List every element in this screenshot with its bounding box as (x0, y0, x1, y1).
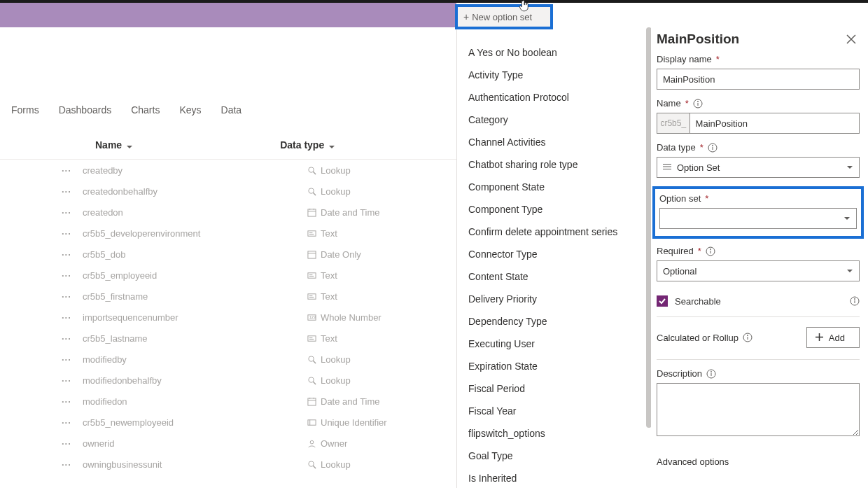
table-row[interactable]: ···createdbyLookup (0, 160, 456, 181)
row-more-icon[interactable]: ··· (62, 249, 83, 260)
table-row[interactable]: ···owningbusinessunitLookup (0, 454, 456, 475)
add-button[interactable]: Add (806, 327, 860, 348)
option-set-item[interactable]: Authentication Protocol (465, 86, 651, 109)
datatype-label: Data type* (657, 142, 860, 153)
table-row[interactable]: ···cr5b5_dobDate Only (0, 244, 456, 265)
new-option-set-label: New option set (472, 12, 532, 22)
row-more-icon[interactable]: ··· (62, 291, 83, 302)
row-more-icon[interactable]: ··· (62, 438, 83, 449)
info-icon[interactable] (850, 296, 860, 306)
table-row[interactable]: ···cr5b5_firstnameText (0, 286, 456, 307)
row-more-icon[interactable]: ··· (62, 354, 83, 365)
advanced-options-label[interactable]: Advanced options (657, 456, 729, 467)
table-row[interactable]: ···cr5b5_newemployeeidUnique Identifier (0, 412, 456, 433)
display-name-label-text: Display name (657, 54, 712, 64)
svg-text:123: 123 (309, 315, 315, 319)
table-row[interactable]: ···importsequencenumber123Whole Number (0, 307, 456, 328)
optionset-label: Option set* (659, 193, 857, 204)
new-option-set-button[interactable]: + New option set (455, 4, 553, 29)
option-set-item[interactable]: Fiscal Year (465, 400, 651, 422)
info-icon[interactable] (743, 333, 752, 342)
cursor-hand-icon (518, 0, 531, 13)
table-row[interactable]: ···modifiedonDate and Time (0, 391, 456, 412)
row-more-icon[interactable]: ··· (62, 417, 83, 428)
number-icon: 123 (307, 312, 316, 322)
display-name-input[interactable] (657, 69, 860, 90)
option-set-item[interactable]: Executing User (465, 333, 651, 355)
row-more-icon[interactable]: ··· (62, 396, 83, 407)
name-label: Name* (657, 98, 860, 109)
tab-forms[interactable]: Forms (11, 104, 39, 116)
row-more-icon[interactable]: ··· (62, 270, 83, 281)
option-set-item[interactable]: Expiration State (465, 355, 651, 377)
description-textarea[interactable] (657, 383, 860, 436)
option-set-item[interactable]: Component Type (465, 198, 651, 221)
svg-point-24 (308, 356, 313, 361)
info-icon[interactable] (706, 246, 715, 256)
option-set-item[interactable]: Delivery Priority (465, 288, 651, 310)
option-set-item[interactable]: Activity Type (465, 64, 651, 86)
optionset-select[interactable] (659, 208, 857, 229)
datatype-select[interactable]: Option Set (657, 157, 860, 178)
option-set-item[interactable]: A Yes or No boolean (465, 41, 651, 64)
info-icon[interactable] (693, 99, 703, 109)
lookup-icon (307, 354, 316, 364)
svg-line-25 (313, 361, 316, 363)
row-more-icon[interactable]: ··· (62, 207, 83, 218)
option-set-item[interactable]: Connector Type (465, 243, 651, 265)
svg-rect-11 (307, 251, 315, 258)
required-select[interactable]: Optional (657, 260, 860, 281)
row-more-icon[interactable]: ··· (62, 333, 83, 344)
column-header-datatype-label: Data type (280, 139, 324, 151)
option-set-item[interactable]: Component State (465, 176, 651, 198)
option-set-item[interactable]: Fiscal Period (465, 377, 651, 400)
info-icon[interactable] (706, 369, 716, 379)
entity-tabs: Forms Dashboards Charts Keys Data (0, 27, 456, 123)
table-row[interactable]: ···cr5b5_lastnameText (0, 328, 456, 349)
tab-charts[interactable]: Charts (131, 104, 160, 116)
row-name: cr5b5_newemployeeid (83, 417, 307, 428)
tab-data[interactable]: Data (221, 104, 242, 116)
row-more-icon[interactable]: ··· (62, 186, 83, 197)
close-icon[interactable] (846, 34, 857, 45)
option-set-item[interactable]: Dependency Type (465, 310, 651, 333)
table-row[interactable]: ···cr5b5_employeeidText (0, 265, 456, 286)
add-button-label: Add (829, 333, 845, 343)
row-datatype: Unique Identifier (307, 417, 387, 428)
searchable-checkbox[interactable] (657, 295, 668, 307)
table-row[interactable]: ···createdonbehalfbyLookup (0, 181, 456, 202)
row-name: cr5b5_firstname (83, 291, 307, 302)
row-name: createdonbehalfby (83, 186, 307, 197)
fields-table-body: ···createdbyLookup···createdonbehalfbyLo… (0, 160, 456, 475)
table-row[interactable]: ···createdonDate and Time (0, 202, 456, 223)
tab-keys[interactable]: Keys (179, 104, 201, 116)
column-header-name[interactable]: Name (95, 139, 133, 151)
row-more-icon[interactable]: ··· (62, 165, 83, 176)
svg-point-48 (855, 299, 855, 300)
row-more-icon[interactable]: ··· (62, 228, 83, 239)
table-row[interactable]: ···cr5b5_developerenvironmentText (0, 223, 456, 244)
column-header-datatype[interactable]: Data type (280, 139, 335, 151)
row-more-icon[interactable]: ··· (62, 312, 83, 323)
option-set-item[interactable]: Confirm delete appointment series (465, 221, 651, 243)
option-set-item[interactable]: Content State (465, 265, 651, 288)
option-set-item[interactable]: Goal Type (465, 445, 651, 467)
row-name: cr5b5_lastname (83, 333, 307, 344)
info-icon[interactable] (708, 143, 718, 153)
option-set-item[interactable]: Category (465, 109, 651, 131)
option-set-item[interactable]: Is Inherited (465, 467, 651, 488)
name-input[interactable] (690, 113, 860, 134)
calculated-label: Calculated or Rollup (657, 333, 738, 343)
option-set-item[interactable]: flipswitch_options (465, 422, 651, 445)
table-row[interactable]: ···modifiedbyLookup (0, 349, 456, 370)
table-row[interactable]: ···owneridOwner (0, 433, 456, 454)
tab-dashboards[interactable]: Dashboards (59, 104, 112, 116)
row-more-icon[interactable]: ··· (62, 375, 83, 386)
row-more-icon[interactable]: ··· (62, 459, 83, 470)
lookup-icon (307, 165, 316, 175)
option-set-item[interactable]: Channel Activities (465, 131, 651, 153)
row-datatype: Text (307, 291, 337, 302)
table-row[interactable]: ···modifiedonbehalfbyLookup (0, 370, 456, 391)
uid-icon (307, 417, 316, 427)
option-set-item[interactable]: Chatbot sharing role type (465, 153, 651, 176)
